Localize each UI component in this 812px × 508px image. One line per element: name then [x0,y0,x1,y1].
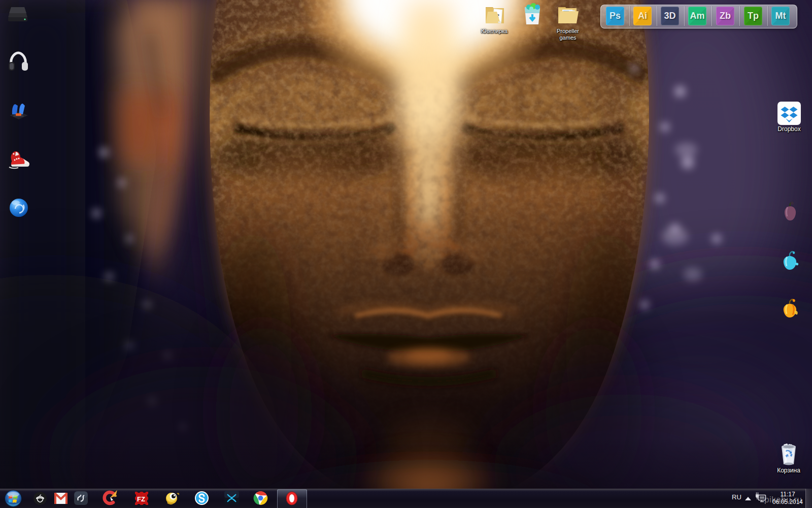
svg-text:FZ: FZ [137,495,145,503]
